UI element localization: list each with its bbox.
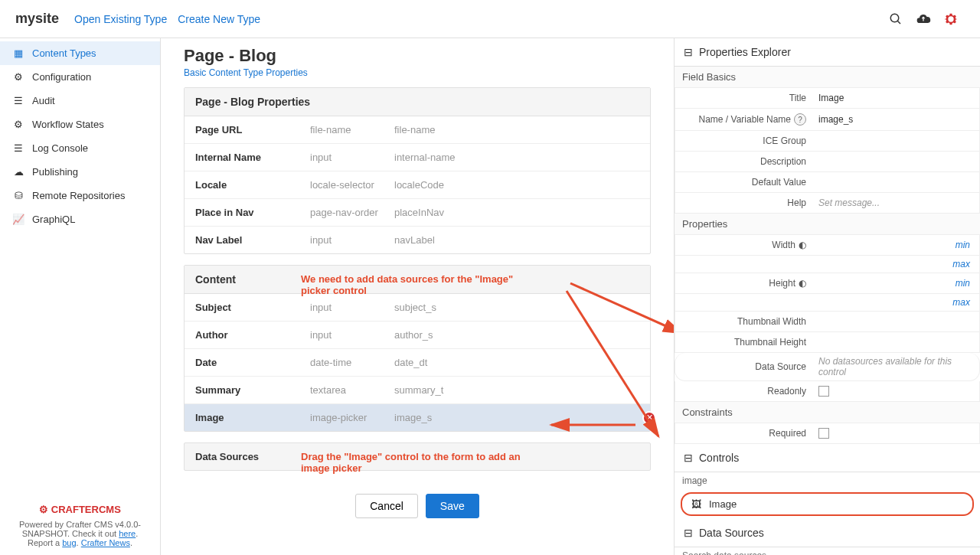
property-row[interactable]: Place in Navpage-nav-orderplaceInNav — [185, 199, 650, 227]
prop-label: Width ◐ — [675, 235, 812, 256]
prop-label: Description — [675, 152, 812, 172]
sidebar-item-label: Remote Repositories — [32, 190, 125, 201]
prop-label: Thumbnail Height — [675, 332, 812, 353]
cloud-upload-icon[interactable] — [910, 5, 937, 33]
sidebar-item-content-types[interactable]: ▦ Content Types — [0, 41, 160, 65]
here-link[interactable]: here — [119, 529, 136, 538]
sidebar-item-publishing[interactable]: ☁ Publishing — [0, 160, 160, 184]
data-sources-section-header[interactable]: Data Sources Drag the "Image" control to… — [184, 442, 651, 471]
toggle-icon[interactable]: ◐ — [799, 278, 806, 289]
prop-label: Height ◐ — [675, 273, 812, 294]
property-row[interactable]: Nav LabelinputnavLabel — [185, 227, 650, 253]
svg-point-0 — [890, 14, 899, 22]
settings-gear-icon[interactable] — [937, 5, 965, 33]
property-row[interactable]: Internal Nameinputinternal-name — [185, 144, 650, 171]
annotation-note: We need to add data sources for the "Ima… — [301, 273, 534, 296]
craftercms-logo: ⚙ CRAFTERCMS — [9, 504, 151, 515]
content-section: Content We need to add data sources for … — [184, 265, 651, 432]
property-row[interactable]: Localelocale-selectorlocaleCode — [185, 171, 650, 199]
cancel-button[interactable]: Cancel — [355, 494, 418, 518]
svg-line-1 — [897, 21, 900, 24]
content-row[interactable]: Authorinputauthor_s — [185, 322, 650, 349]
properties-section: Page - Blog Properties Page URLfile-name… — [184, 87, 651, 254]
collapse-icon[interactable]: ⊟ — [684, 527, 693, 539]
remove-field-icon[interactable]: ✕ — [642, 411, 656, 425]
properties-header: Properties — [675, 214, 980, 235]
checkbox[interactable] — [818, 386, 829, 397]
sidebar: ▦ Content Types ⚙ Configuration ☰ Audit … — [0, 38, 161, 555]
height-min[interactable]: min — [812, 273, 980, 294]
width-min[interactable]: min — [812, 235, 980, 256]
constraints-header: Constraints — [675, 402, 980, 423]
prop-label: Name / Variable Name? — [675, 109, 812, 131]
content-row[interactable]: Subjectinputsubject_s — [185, 294, 650, 322]
controls-search-input[interactable] — [675, 472, 980, 489]
right-panel: ⊟ Properties Explorer Field Basics Title… — [674, 38, 980, 555]
sidebar-item-label: Publishing — [32, 166, 78, 178]
content-row[interactable]: Summarytextareasummary_t — [185, 377, 650, 404]
sidebar-item-label: Log Console — [32, 142, 88, 154]
prop-value-help[interactable]: Set message... — [812, 193, 980, 214]
chart-icon: 📈 — [11, 214, 26, 225]
prop-value-required[interactable] — [812, 423, 980, 444]
toggle-icon[interactable]: ◐ — [799, 240, 806, 250]
prop-value-description[interactable] — [812, 152, 980, 172]
save-button[interactable]: Save — [426, 494, 479, 518]
sidebar-item-label: Workflow States — [32, 119, 104, 130]
data-sources-header[interactable]: ⊟ Data Sources — [675, 519, 980, 547]
image-icon: 🖼 — [691, 498, 701, 510]
sidebar-item-configuration[interactable]: ⚙ Configuration — [0, 65, 160, 89]
prop-label: ICE Group — [675, 131, 812, 152]
basic-properties-link[interactable]: Basic Content Type Properties — [184, 67, 651, 78]
sidebar-item-audit[interactable]: ☰ Audit — [0, 89, 160, 113]
collapse-icon[interactable]: ⊟ — [684, 46, 693, 58]
prop-value-th[interactable] — [812, 332, 980, 353]
prop-value-title[interactable]: Image — [812, 88, 980, 109]
sidebar-item-workflow-states[interactable]: ⚙ Workflow States — [0, 113, 160, 136]
list-icon: ☰ — [11, 95, 26, 106]
content-row[interactable]: Datedate-timedate_dt — [185, 349, 650, 377]
prop-label: Thumbnail Width — [675, 312, 812, 332]
checkbox[interactable] — [818, 428, 829, 439]
info-icon[interactable]: ? — [794, 113, 806, 126]
prop-label: Title — [675, 88, 812, 109]
sidebar-item-label: Content Types — [32, 47, 96, 59]
gear-icon: ⚙ — [11, 119, 26, 130]
prop-value-datasource[interactable]: No datasources available for this contro… — [812, 353, 980, 381]
content-section-header[interactable]: Content We need to add data sources for … — [185, 266, 650, 294]
sidebar-item-graphiql[interactable]: 📈 GraphiQL — [0, 207, 160, 231]
topbar: mysite Open Existing Type Create New Typ… — [0, 0, 980, 38]
properties-section-header[interactable]: Page - Blog Properties — [185, 88, 650, 116]
prop-label: Help — [675, 193, 812, 214]
sidebar-item-log-console[interactable]: ☰ Log Console — [0, 136, 160, 160]
prop-value-tw[interactable] — [812, 312, 980, 332]
main-content: Page - Blog Basic Content Type Propertie… — [161, 38, 674, 555]
height-max[interactable]: max — [812, 294, 980, 312]
crafter-news-link[interactable]: Crafter News — [81, 538, 130, 547]
prop-label: Readonly — [675, 381, 812, 402]
create-new-type-link[interactable]: Create New Type — [178, 13, 260, 25]
prop-value-readonly[interactable] — [812, 381, 980, 402]
property-row[interactable]: Page URLfile-namefile-name — [185, 116, 650, 144]
datasources-search-input[interactable] — [675, 547, 980, 555]
properties-explorer-header[interactable]: ⊟ Properties Explorer — [675, 38, 980, 67]
prop-value-ice[interactable] — [812, 131, 980, 152]
width-max[interactable]: max — [812, 256, 980, 273]
content-row-image[interactable]: Imageimage-pickerimage_s ✕ — [185, 404, 650, 431]
sidebar-item-label: Audit — [32, 95, 55, 106]
site-name: mysite — [15, 11, 59, 27]
control-image[interactable]: 🖼 Image — [681, 492, 974, 516]
open-existing-type-link[interactable]: Open Existing Type — [74, 13, 167, 25]
database-icon: ⛁ — [11, 190, 26, 201]
prop-value-default[interactable] — [812, 172, 980, 193]
sidebar-item-label: GraphiQL — [32, 214, 75, 225]
controls-header[interactable]: ⊟ Controls — [675, 444, 980, 472]
page-title: Page - Blog — [184, 46, 651, 66]
field-basics-header: Field Basics — [675, 67, 980, 88]
prop-label-datasource: Data Source — [675, 353, 812, 381]
collapse-icon[interactable]: ⊟ — [684, 452, 693, 464]
bug-link[interactable]: bug — [62, 538, 76, 547]
prop-value-variable[interactable]: image_s — [812, 109, 980, 131]
sidebar-item-remote-repositories[interactable]: ⛁ Remote Repositories — [0, 184, 160, 207]
search-icon[interactable] — [882, 5, 910, 33]
